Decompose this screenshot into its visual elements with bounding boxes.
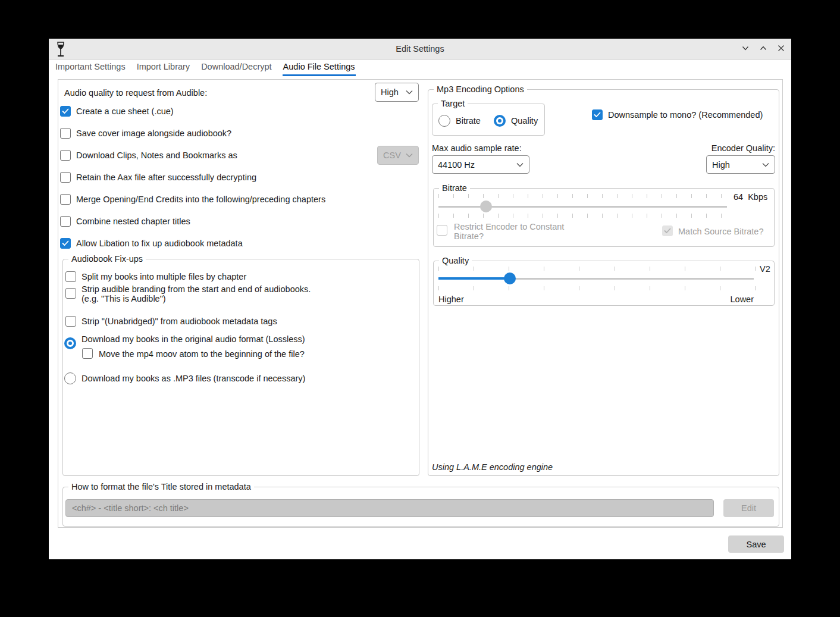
split-books-label: Split my books into multiple files by ch… (82, 271, 246, 282)
cue-sheet-label: Create a cue sheet (.cue) (76, 106, 174, 117)
bitrate-value: 64 Kbps (734, 192, 767, 202)
titlebar: Edit Settings (49, 39, 791, 60)
quality-lower-label: Lower (703, 294, 754, 305)
audiobook-fixups-title: Audiobook Fix-ups (68, 254, 146, 264)
lossless-label: Download my books in the original audio … (82, 334, 305, 344)
check-icon (594, 112, 601, 118)
close-button[interactable] (774, 42, 788, 57)
merge-credits-label: Merge Opening/End Credits into the follo… (76, 194, 325, 205)
moov-atom-checkbox[interactable] (82, 348, 93, 359)
quality-title: Quality (439, 256, 472, 265)
clips-format-value: CSV (383, 151, 401, 160)
maximize-button[interactable] (756, 42, 770, 57)
target-title: Target (438, 99, 468, 108)
downsample-mono-checkbox[interactable] (592, 109, 603, 120)
tab-audio-file-settings[interactable]: Audio File Settings (283, 61, 356, 76)
audio-quality-label: Audio quality to request from Audible: (64, 87, 207, 98)
check-icon (664, 228, 671, 234)
bitrate-ticks-bottom (438, 214, 722, 218)
quality-ticks-bottom (438, 286, 756, 290)
chevron-down-icon (406, 153, 413, 158)
window-title: Edit Settings (49, 44, 791, 54)
tab-import-library[interactable]: Import Library (136, 61, 190, 76)
sample-rate-label: Max audio sample rate: (432, 143, 522, 154)
chevron-down-icon (406, 90, 413, 95)
cue-sheet-checkbox[interactable] (60, 106, 71, 117)
cover-image-label: Save cover image alongside audiobook? (76, 128, 231, 139)
edit-button: Edit (723, 499, 774, 517)
encoder-quality-label: Encoder Quality: (673, 143, 775, 154)
save-button[interactable]: Save (728, 535, 784, 553)
strip-branding-checkbox[interactable] (65, 288, 76, 299)
chevron-down-icon (741, 43, 750, 55)
chevron-down-icon (516, 162, 524, 167)
mp3-encoding-options-title: Mp3 Encoding Options (434, 84, 527, 94)
combine-chapters-label: Combine nested chapter titles (76, 216, 190, 227)
strip-unabridged-checkbox[interactable] (65, 316, 76, 327)
quality-ticks-top (438, 267, 756, 271)
encoding-engine-note: Using L.A.M.E encoding engine (432, 462, 553, 472)
sample-rate-combobox[interactable]: 44100 Hz (432, 155, 529, 174)
bitrate-title: Bitrate (439, 183, 470, 193)
fixup-metadata-label: Allow Libation to fix up audiobook metad… (76, 238, 243, 249)
target-quality-label: Quality (511, 115, 538, 126)
title-format-title: How to format the file's Title stored in… (68, 482, 254, 491)
close-icon (776, 43, 786, 55)
target-bitrate-label: Bitrate (456, 115, 481, 126)
clips-notes-label: Download Clips, Notes and Bookmarks as (76, 150, 237, 161)
quality-value: V2 (760, 264, 770, 274)
encoder-quality-combobox[interactable]: High (706, 155, 775, 174)
audio-quality-combobox[interactable]: High (375, 83, 419, 102)
mp3-files-radio[interactable] (64, 372, 76, 384)
clips-format-combobox: CSV (377, 146, 419, 165)
downsample-mono-label: Downsample to mono? (Recommended) (608, 109, 763, 120)
tab-download-decrypt[interactable]: Download/Decrypt (200, 61, 272, 76)
combine-chapters-checkbox[interactable] (60, 216, 71, 227)
retain-aax-label: Retain the Aax file after successfully d… (76, 172, 256, 183)
minimize-button[interactable] (738, 42, 753, 57)
tab-bar: Important Settings Import Library Downlo… (55, 61, 356, 76)
check-icon (62, 108, 69, 114)
audio-quality-value: High (381, 87, 399, 97)
quality-higher-label: Higher (438, 294, 464, 305)
restrict-constant-checkbox (437, 225, 447, 236)
check-icon (62, 240, 69, 246)
match-source-bitrate-label: Match Source Bitrate? (678, 226, 763, 237)
chevron-down-icon (762, 162, 769, 167)
fixup-metadata-checkbox[interactable] (60, 238, 71, 249)
edit-settings-window: Edit Settings Important Settings Import … (49, 39, 791, 559)
bitrate-ticks-top (438, 194, 722, 198)
sample-rate-value: 44100 Hz (438, 160, 475, 170)
moov-atom-label: Move the mp4 moov atom to the beginning … (99, 349, 305, 359)
tab-important-settings[interactable]: Important Settings (55, 61, 126, 76)
encoder-quality-value: High (712, 160, 730, 170)
strip-branding-label-line2: (e.g. "This is Audible") (82, 293, 166, 304)
restrict-constant-label-line2: Bitrate? (454, 231, 484, 242)
clips-notes-checkbox[interactable] (60, 150, 71, 161)
split-books-checkbox[interactable] (65, 271, 76, 282)
target-quality-radio[interactable] (494, 115, 506, 127)
strip-unabridged-label: Strip "(Unabridged)" from audiobook meta… (82, 316, 277, 327)
target-bitrate-radio[interactable] (438, 115, 450, 127)
quality-slider-thumb[interactable] (504, 273, 516, 284)
title-format-input (65, 499, 714, 517)
match-source-bitrate-checkbox (662, 225, 673, 236)
mp3-files-label: Download my books as .MP3 files (transco… (82, 373, 305, 384)
lossless-radio[interactable] (64, 337, 76, 349)
bitrate-slider-thumb (480, 201, 492, 212)
quality-slider-fill (438, 277, 510, 280)
retain-aax-checkbox[interactable] (60, 172, 71, 183)
chevron-up-icon (758, 43, 768, 55)
cover-image-checkbox[interactable] (60, 128, 71, 139)
merge-credits-checkbox[interactable] (60, 194, 71, 205)
